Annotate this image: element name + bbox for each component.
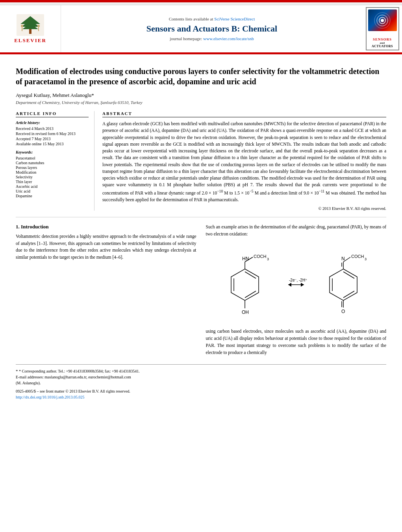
section-divider [16, 217, 386, 217]
accepted-date: Accepted 7 May 2013 [16, 137, 89, 141]
sensors-logo-text3: ACTUATORS [372, 44, 393, 48]
journal-title-area: Contents lists available at SciVerse Sci… [61, 5, 363, 52]
keyword-ascorbic: Ascorbic acid [16, 184, 89, 189]
affiliation-line: Department of Chemistry, University of H… [16, 100, 386, 105]
svg-marker-29 [330, 269, 357, 300]
footer-issn-line: 0925-4005/$ – see front matter © 2013 El… [16, 388, 386, 394]
elsevier-tree-icon [17, 14, 44, 36]
article-history-label: Article history: [16, 120, 89, 125]
sensors-logo-area: SENSORS and ACTUATORS [363, 5, 402, 52]
sensors-logo-box: SENSORS and ACTUATORS [366, 7, 399, 50]
main-content: Modification of electrodes using conduct… [0, 54, 402, 408]
sciverse-prefix: Contents lists available at [169, 17, 213, 21]
svg-text:O: O [341, 309, 345, 314]
chem-intro-text: Such an example arises in the determinat… [206, 224, 387, 238]
page-wrapper: ELSEVIER Contents lists available at Sci… [0, 0, 402, 408]
homepage-line: journal homepage: www.elsevier.com/locat… [170, 36, 254, 41]
header-area: ELSEVIER Contents lists available at Sci… [0, 5, 402, 53]
abstract-col: ABSTRACT A glassy carbon electrode (GCE)… [102, 111, 386, 211]
received-revised-date: Received in revised form 6 May 2013 [16, 132, 89, 136]
copyright-line: © 2013 Elsevier B.V. All rights reserved… [102, 206, 386, 211]
svg-line-16 [245, 291, 256, 298]
svg-text:OH: OH [242, 310, 249, 315]
abstract-text: A glassy carbon electrode (GCE) has been… [102, 120, 386, 203]
showed-word: showed [279, 182, 293, 187]
svg-point-13 [381, 19, 384, 22]
svg-marker-14 [231, 269, 259, 300]
keywords-label: Keywords: [16, 150, 89, 154]
svg-text:3: 3 [365, 257, 367, 261]
keyword-dopamine: Dopamine [16, 194, 89, 198]
authors-text: Aysegul Kutluay, Mehmet Aslanoglu* [16, 92, 94, 98]
footer-email-text: E-mail addresses: maslanoglu@harran.edu.… [16, 375, 131, 379]
keyword-thin: Thin layer [16, 180, 89, 184]
keyword-carbon: Carbon nanotubes [16, 161, 89, 165]
svg-text:-2e⁻, -2H⁺: -2e⁻, -2H⁺ [289, 278, 307, 282]
sciverse-link[interactable]: SciVerse ScienceDirect [214, 17, 255, 21]
body-right-col: Such an example arises in the determinat… [206, 224, 387, 356]
article-title: Modification of electrodes using conduct… [16, 66, 386, 87]
svg-text:COCH: COCH [254, 254, 266, 259]
footer-notes: * * Corresponding author. Tel.: +90 4143… [16, 364, 386, 400]
svg-point-7 [37, 25, 40, 27]
abstract-heading: ABSTRACT [102, 111, 386, 117]
intro-heading: 1. Introduction [16, 224, 196, 230]
keyword-porous: Porous layers [16, 165, 89, 170]
homepage-url: www.elsevier.com/locate/snb [203, 36, 254, 41]
keyword-selectivity: Selectivity [16, 175, 89, 179]
two-col-area: ARTICLE INFO Article history: Received 4… [16, 111, 386, 211]
elsevier-label: ELSEVIER [14, 37, 46, 44]
body-text-2: using carbon based electrodes, since mol… [206, 328, 387, 356]
available-date: Available online 15 May 2013 [16, 142, 89, 146]
svg-text:N: N [341, 256, 345, 261]
sensors-logo-text2: and [380, 41, 385, 44]
footer-name-line: (M. Aslanoglu). [16, 380, 386, 386]
svg-rect-1 [29, 29, 31, 34]
sensors-logo-graphic [369, 11, 396, 30]
body-two-col: 1. Introduction Voltammetric detection p… [16, 224, 386, 356]
article-info-heading: ARTICLE INFO [16, 111, 89, 117]
journal-title: Sensors and Actuators B: Chemical [146, 24, 277, 34]
keyword-uric: Uric acid [16, 189, 89, 193]
body-left-col: 1. Introduction Voltammetric detection p… [16, 224, 196, 356]
sensors-logo-text1: SENSORS [373, 37, 392, 41]
footer-corresponding: * Corresponding author. Tel.: +90 414318… [19, 369, 140, 373]
svg-text:3: 3 [267, 257, 269, 261]
citation-bar [0, 2, 402, 5]
received-date: Received 4 March 2013 [16, 126, 89, 131]
intro-text: Voltammetric detection provides a highly… [16, 233, 196, 261]
sciverse-line: Contents lists available at SciVerse Sci… [169, 17, 255, 21]
keyword-paracetamol: Paracetamol [16, 156, 89, 160]
homepage-prefix: journal homepage: [170, 36, 202, 41]
svg-line-30 [343, 272, 354, 278]
elsevier-logo-area: ELSEVIER [0, 5, 61, 52]
chemical-reaction-diagram: HN COCH 3 OH [221, 241, 371, 328]
authors-line: Aysegul Kutluay, Mehmet Aslanoglu* [16, 92, 386, 98]
keyword-modification: Modification [16, 170, 89, 174]
svg-point-5 [21, 25, 23, 27]
footer-email-line: E-mail addresses: maslanoglu@harran.edu.… [16, 374, 386, 380]
svg-marker-26 [288, 283, 291, 287]
footer-doi-line: http://dx.doi.org/10.1016/j.snb.2013.05.… [16, 394, 386, 400]
article-info-col: ARTICLE INFO Article history: Received 4… [16, 111, 94, 211]
svg-text:HN: HN [242, 256, 249, 261]
chem-diagram-container: HN COCH 3 OH [206, 241, 387, 328]
svg-line-31 [343, 291, 354, 298]
footer-star-line: * * Corresponding author. Tel.: +90 4143… [16, 368, 386, 374]
svg-text:COCH: COCH [351, 254, 364, 259]
svg-line-15 [245, 272, 256, 278]
svg-marker-27 [301, 283, 304, 287]
elsevier-logo-box: ELSEVIER [7, 13, 54, 44]
